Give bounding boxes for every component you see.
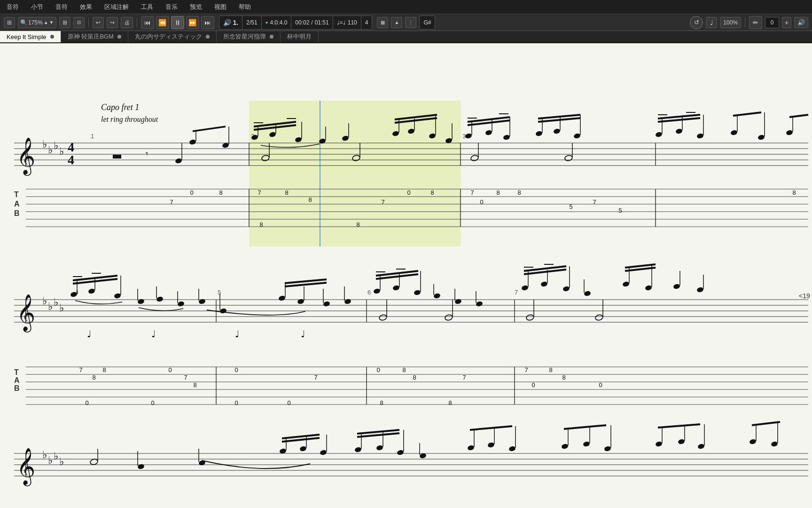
tab-dot-genshin <box>117 35 121 39</box>
r2-tab-m5-t1: 0 <box>234 366 238 373</box>
flat-3: ♭ <box>54 140 58 151</box>
menu-item-preview[interactable]: 预览 <box>188 2 204 12</box>
undo-button[interactable]: ↩ <box>93 17 104 28</box>
note-duration-button[interactable]: ♩ <box>706 17 717 28</box>
transport-controls: ⏮ ⏪ ⏸ ⏩ ⏭ <box>141 16 214 29</box>
transport-rewind-button[interactable]: ⏮ <box>141 16 154 29</box>
sync-button[interactable]: ▲ <box>391 17 402 28</box>
transport-end-button[interactable]: ⏭ <box>201 16 214 29</box>
r2-flat-3: ♭ <box>54 296 58 308</box>
flat-1: ♭ <box>42 138 47 150</box>
tab-m3-a2: 5 <box>569 203 572 210</box>
menu-bar: 音符 小节 音符 效果 区域注解 工具 音乐 预览 视图 帮助 <box>0 0 812 14</box>
tab-label-suonian: 所念皆星河指弹 <box>223 32 266 41</box>
zoom-down-icon[interactable]: ▼ <box>49 20 54 25</box>
capo-text: Capo fret 1 <box>101 103 139 112</box>
r2-measure-num-7: 7 <box>515 289 518 296</box>
menu-item-region[interactable]: 区域注解 <box>102 2 131 12</box>
menu-item-note2[interactable]: 音符 <box>54 2 70 12</box>
tab-m1-t2: 8 <box>219 189 222 196</box>
tab-m3-t3: 8 <box>517 189 521 196</box>
menu-item-tools[interactable]: 工具 <box>139 2 155 12</box>
measure-num-1: 1 <box>91 133 94 140</box>
grid-button-2[interactable]: ⊟ <box>73 17 85 28</box>
r2-tab-m7-a2: 0 <box>531 381 535 389</box>
grid-button[interactable]: ⊞ <box>59 17 70 28</box>
key-value: G# <box>423 19 431 26</box>
tab-keep-it-simple[interactable]: Keep It Simple <box>0 31 61 42</box>
tab-genshin[interactable]: 原神 轻策庄BGM <box>61 31 128 42</box>
tab-bei[interactable]: 杯中明月 <box>281 31 319 42</box>
r2-tab-t: T <box>14 368 19 376</box>
speaker-button[interactable]: 🔊 <box>794 17 808 28</box>
r2-tab-m4-a1: 8 <box>92 374 95 381</box>
tab-a: A <box>14 200 20 208</box>
sep-3 <box>745 18 745 27</box>
tabs-bar: Keep It Simple 原神 轻策庄BGM 丸の内サディスティック 所念皆… <box>0 31 812 43</box>
print-button[interactable]: 🖨 <box>121 17 133 28</box>
r2-tab-a: A <box>14 376 20 384</box>
r2-tab-m5-a1: 7 <box>314 374 317 381</box>
menu-item-notes[interactable]: 音符 <box>5 2 21 12</box>
transport-forward-button[interactable]: ⏩ <box>186 16 199 29</box>
menu-item-measure[interactable]: 小节 <box>29 2 45 12</box>
cursor-line <box>320 101 320 246</box>
transport-play-button[interactable]: ⏸ <box>171 16 184 29</box>
playback-speed-control[interactable]: 100% <box>720 17 741 28</box>
metronome-button[interactable]: ↺ <box>690 16 703 29</box>
menu-item-music[interactable]: 音乐 <box>164 2 180 12</box>
score-svg: Capo fret 1 let ring throughout 𝄞 ♭ ♭ ♭ … <box>0 43 812 508</box>
r2-tab-m4-t2: 8 <box>102 366 106 373</box>
redo-button[interactable]: ↪ <box>107 17 118 28</box>
score-area[interactable]: Capo fret 1 let ring throughout 𝄞 ♭ ♭ ♭ … <box>0 43 812 508</box>
r2-tab-m5-b2: 0 <box>287 399 290 406</box>
playback-info-panel: 🔊 1. 2/51 ● 4:0:4.0 00:02 / 01:51 ♩=♩ 11… <box>219 16 373 30</box>
r2-tab-m4-t3: 0 <box>168 366 172 373</box>
tab-m2-a1: 8 <box>308 196 312 203</box>
r2-flat-4: ♭ <box>59 302 64 314</box>
tab-m2-b2: 8 <box>356 221 359 228</box>
menu-item-help[interactable]: 帮助 <box>237 2 253 12</box>
key-display[interactable]: G# <box>419 16 435 30</box>
transport-back-button[interactable]: ⏪ <box>156 16 169 29</box>
tab-m3-a3: 7 <box>593 198 596 206</box>
tab-dot-keep-it-simple <box>50 35 54 39</box>
time-sig-text: 4:0:4.0 <box>270 19 288 26</box>
pencil-counter: 0 <box>765 17 779 28</box>
tune-button[interactable]: ▦ <box>377 17 388 28</box>
sep-2 <box>137 18 137 27</box>
tab-m2-a2: 7 <box>381 198 384 206</box>
tab-marui[interactable]: 丸の内サディスティック <box>128 31 217 42</box>
r2-tab-m5-b1: 0 <box>234 399 238 406</box>
tempo-icon: ♩=♩ <box>337 19 346 26</box>
zoom-up-icon[interactable]: ▲ <box>44 20 48 25</box>
time-sig-dot: ● <box>265 20 268 25</box>
r3-flat-4: ♭ <box>59 456 64 468</box>
more-button[interactable]: ⋮ <box>405 17 416 28</box>
menu-item-view[interactable]: 视图 <box>212 2 228 12</box>
flat-2: ♭ <box>48 144 53 156</box>
r2-half-note-m5-2: ♩ <box>301 329 305 339</box>
total-time: 01:51 <box>315 19 329 26</box>
r2-tab-m4-t1: 7 <box>79 366 82 373</box>
tab-label-bei: 杯中明月 <box>287 32 312 41</box>
tab-b: B <box>14 209 20 217</box>
menu-item-effects[interactable]: 效果 <box>78 2 94 12</box>
tab-m3-t1: 7 <box>470 189 474 196</box>
r2-tab-m7-t1: 7 <box>524 366 528 373</box>
tab-label-genshin: 原神 轻策庄BGM <box>68 32 114 41</box>
r2-tab-m7-a1: 8 <box>562 374 565 381</box>
time-sig-bottom: 4 <box>68 152 74 167</box>
r2-tab-m6-t2: 8 <box>402 366 406 373</box>
increment-button[interactable]: + <box>782 17 791 28</box>
pencil-button[interactable]: ✏ <box>749 16 762 29</box>
layout-toggle-button[interactable]: ⊞ <box>4 17 15 28</box>
measure-number: 1. <box>233 19 239 26</box>
tab-suonian[interactable]: 所念皆星河指弹 <box>217 31 281 42</box>
position-text: 2/51 <box>246 19 257 26</box>
r2-tab-m4-b3: 0 <box>151 399 154 406</box>
zoom-control[interactable]: 🔍 175% ▲ ▼ <box>18 17 56 28</box>
selection-highlight <box>249 101 461 246</box>
r2-tab-m6-t1: 0 <box>376 366 380 373</box>
r2-half-note-m4-2: ♩ <box>151 329 156 339</box>
